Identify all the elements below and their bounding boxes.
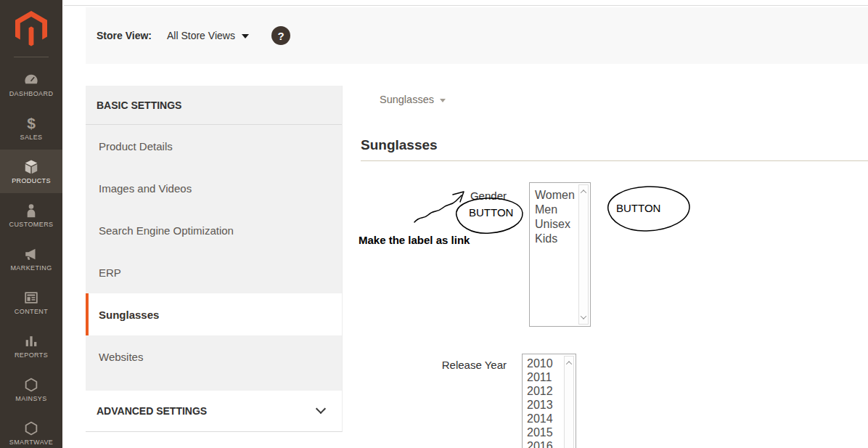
sidebar-item-mainsys[interactable]: MAINSYS [0, 367, 62, 411]
caret-down-icon [440, 99, 446, 102]
annotation-button-label-1: BUTTON [469, 206, 513, 219]
release-year-field-label: Release Year [361, 359, 507, 371]
sidebar-item-label: MAINSYS [15, 395, 46, 402]
scroll-up-icon[interactable] [565, 358, 573, 368]
top-hairline [64, 5, 868, 6]
panel-filler [86, 378, 342, 391]
sidebar-item-content[interactable]: CONTENT [0, 280, 62, 324]
sidebar-item-reports[interactable]: REPORTS [0, 324, 62, 367]
sidebar-item-customers[interactable]: CUSTOMERS [0, 193, 62, 237]
panel-item-images-videos[interactable]: Images and Videos [86, 167, 342, 209]
panel-item-erp[interactable]: ERP [86, 251, 342, 293]
gender-field-label: Gender [361, 190, 507, 202]
scroll-down-icon[interactable] [579, 312, 588, 322]
sidebar-item-label: SALES [20, 134, 42, 141]
sidebar-divider [14, 57, 49, 57]
mainsys-icon [23, 377, 39, 393]
sidebar-item-sales[interactable]: $ SALES [0, 106, 62, 150]
admin-sidebar: DASHBOARD $ SALES PRODUCTS CUSTOMERS [0, 0, 62, 448]
sidebar-item-products[interactable]: PRODUCTS [0, 150, 62, 193]
reports-icon [23, 333, 39, 349]
page-header: Store View: All Store Views ? [86, 7, 868, 64]
sidebar-item-dashboard[interactable]: DASHBOARD [0, 62, 62, 106]
sidebar-item-label: REPORTS [15, 351, 48, 359]
sidebar-item-label: CUSTOMERS [9, 221, 54, 228]
sidebar-item-smartwave[interactable]: SMARTWAVE [0, 411, 62, 448]
gender-multiselect[interactable]: Women Men Unisex Kids [529, 182, 591, 327]
sidebar-nav: DASHBOARD $ SALES PRODUCTS CUSTOMERS [0, 62, 62, 448]
content-icon [23, 290, 39, 306]
products-icon [23, 159, 39, 175]
release-year-scrollbar[interactable] [564, 356, 574, 448]
title-divider [361, 160, 868, 161]
advanced-settings-toggle[interactable]: ADVANCED SETTINGS [86, 391, 342, 431]
section-breadcrumb[interactable]: Sunglasses [380, 94, 446, 105]
scroll-up-icon[interactable] [579, 187, 588, 197]
page-title: Sunglasses [361, 137, 438, 153]
annotation-button-label-2: BUTTON [616, 202, 660, 214]
caret-down-icon [242, 34, 249, 38]
store-view-label: Store View: [97, 30, 152, 41]
sidebar-item-label: MARKETING [10, 264, 52, 272]
sidebar-item-label: SMARTWAVE [9, 439, 53, 446]
sidebar-item-label: CONTENT [15, 308, 48, 315]
gender-scrollbar[interactable] [578, 184, 589, 325]
breadcrumb-label: Sunglasses [380, 94, 434, 105]
sidebar-item-marketing[interactable]: MARKETING [0, 237, 62, 280]
release-year-multiselect[interactable]: 2010 2011 2012 2013 2014 2015 2016 [522, 354, 576, 448]
store-view-switcher[interactable]: All Store Views [167, 30, 249, 41]
store-view-current: All Store Views [167, 30, 235, 41]
panel-item-sunglasses[interactable]: Sunglasses [86, 293, 342, 335]
sales-icon: $ [23, 115, 39, 131]
magento-logo[interactable] [15, 11, 47, 46]
attribute-set-panel: BASIC SETTINGS Product Details Images an… [86, 86, 343, 432]
chevron-down-icon [316, 404, 326, 414]
panel-item-product-details[interactable]: Product Details [86, 125, 342, 167]
panel-item-websites[interactable]: Websites [86, 335, 342, 378]
help-icon[interactable]: ? [271, 26, 290, 45]
basic-settings-header: BASIC SETTINGS [86, 86, 342, 125]
advanced-settings-label: ADVANCED SETTINGS [97, 405, 207, 417]
marketing-icon [23, 246, 39, 262]
panel-item-seo[interactable]: Search Engine Optimization [86, 209, 342, 251]
smartwave-icon [23, 420, 39, 436]
dashboard-icon [23, 72, 39, 88]
customers-icon [23, 203, 39, 219]
sidebar-item-label: DASHBOARD [9, 90, 54, 97]
annotation-note: Make the label as link [359, 234, 470, 246]
sidebar-item-label: PRODUCTS [12, 177, 51, 184]
